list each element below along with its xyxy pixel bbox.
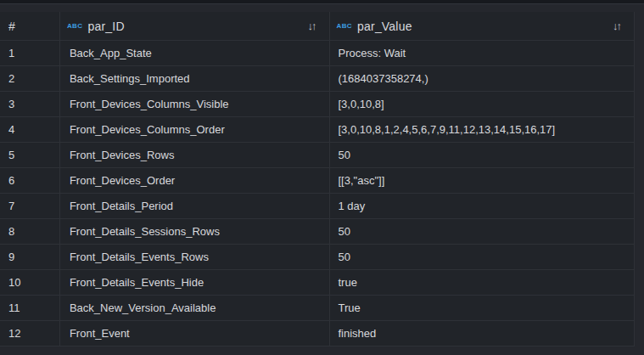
cell-par-id: Front_Devices_Columns_Visible (60, 92, 330, 116)
table-row: 2Back_Settings_Imported(1684037358274,) (0, 66, 634, 92)
cell-row-number: 5 (0, 143, 60, 167)
cell-row-number: 2 (0, 66, 60, 91)
cell-par-id: Front_Details_Period (60, 194, 330, 218)
cell-par-value: 1 day (330, 194, 635, 218)
cell-par-value: [3,0,10,8] (330, 92, 635, 116)
cell-row-number: 10 (0, 270, 60, 295)
cell-par-id: Front_Devices_Rows (60, 143, 330, 167)
header-cell-row-number[interactable]: # (0, 12, 60, 40)
cell-par-id: Front_Details_Events_Hide (60, 270, 330, 295)
cell-par-value: Process: Wait (330, 41, 635, 65)
cell-par-value: true (330, 270, 635, 295)
string-type-icon: ABC (67, 22, 83, 30)
table-row: 6Front_Devices_Order[[3,"asc"]] (0, 168, 634, 194)
table-row: 8Front_Details_Sessions_Rows50 (0, 219, 634, 245)
cell-row-number: 11 (0, 296, 60, 320)
sort-icon[interactable]: ↓↑ (308, 20, 317, 32)
table-panel: # ABC par_ID ↓↑ ABC par_Value ↓↑ 1Back_A… (0, 0, 644, 355)
cell-par-value: [3,0,10,8,1,2,4,5,6,7,9,11,12,13,14,15,1… (330, 117, 635, 142)
cell-row-number: 9 (0, 245, 60, 269)
header-label-par-id: par_ID (87, 20, 124, 33)
cell-row-number: 8 (0, 219, 60, 244)
cell-par-value: True (330, 296, 635, 320)
cell-par-value: (1684037358274,) (330, 66, 635, 91)
header-cell-par-id[interactable]: ABC par_ID ↓↑ (60, 12, 330, 40)
table-row: 9Front_Details_Events_Rows50 (0, 245, 634, 270)
table-row: 7Front_Details_Period1 day (0, 194, 634, 219)
cell-par-id: Back_Settings_Imported (60, 66, 330, 91)
table-row: 11Back_New_Version_AvailableTrue (0, 296, 634, 321)
cell-row-number: 3 (0, 92, 60, 116)
panel-top-strip (0, 0, 644, 4)
header-label-par-value: par_Value (357, 20, 412, 33)
sort-icon[interactable]: ↓↑ (613, 20, 622, 32)
cell-row-number: 12 (0, 321, 60, 346)
table-body: 1Back_App_StateProcess: Wait2Back_Settin… (0, 41, 634, 347)
cell-row-number: 1 (0, 41, 60, 65)
table-header-row: # ABC par_ID ↓↑ ABC par_Value ↓↑ (0, 12, 634, 41)
parameters-table: # ABC par_ID ↓↑ ABC par_Value ↓↑ 1Back_A… (0, 12, 635, 347)
cell-par-id: Front_Devices_Columns_Order (60, 117, 330, 142)
table-row: 5Front_Devices_Rows50 (0, 143, 634, 168)
header-label-row-number: # (8, 20, 15, 33)
cell-par-id: Back_App_State (60, 41, 330, 65)
table-row: 12Front_Eventfinished (0, 321, 634, 347)
cell-par-value: finished (330, 321, 635, 346)
cell-par-value: 50 (330, 245, 635, 269)
header-cell-par-value[interactable]: ABC par_Value ↓↑ (330, 12, 635, 40)
cell-row-number: 7 (0, 194, 60, 218)
table-row: 3Front_Devices_Columns_Visible[3,0,10,8] (0, 92, 634, 117)
string-type-icon: ABC (337, 22, 353, 30)
table-row: 1Back_App_StateProcess: Wait (0, 41, 634, 66)
table-row: 4Front_Devices_Columns_Order[3,0,10,8,1,… (0, 117, 634, 143)
cell-par-value: 50 (330, 143, 635, 167)
cell-par-id: Front_Details_Events_Rows (60, 245, 330, 269)
cell-par-id: Front_Devices_Order (60, 168, 330, 193)
cell-row-number: 6 (0, 168, 60, 193)
cell-par-id: Front_Event (60, 321, 330, 346)
cell-par-value: [[3,"asc"]] (330, 168, 635, 193)
cell-par-id: Front_Details_Sessions_Rows (60, 219, 330, 244)
cell-row-number: 4 (0, 117, 60, 142)
table-row: 10Front_Details_Events_Hidetrue (0, 270, 634, 296)
cell-par-value: 50 (330, 219, 635, 244)
cell-par-id: Back_New_Version_Available (60, 296, 330, 320)
